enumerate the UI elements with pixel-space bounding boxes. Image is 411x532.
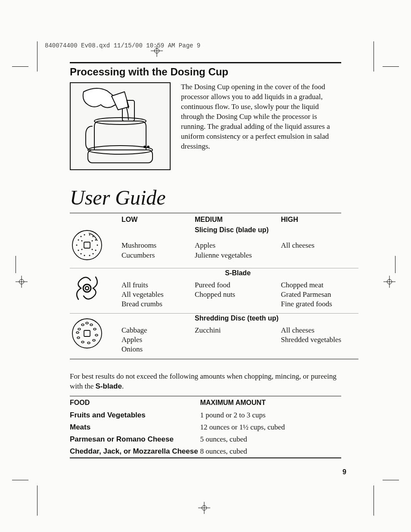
- svg-point-21: [76, 245, 78, 246]
- col-header-amount: MAXIMUM AMOUNT: [200, 396, 341, 410]
- svg-point-34: [95, 334, 98, 336]
- svg-rect-0: [88, 150, 153, 163]
- svg-point-20: [78, 250, 79, 251]
- food-processor-icon: [71, 83, 170, 169]
- cell-low: All fruitsAll vegetablesBread crumbs: [121, 280, 195, 313]
- amount-cell: 5 ounces, cubed: [200, 433, 341, 445]
- table-row: Parmesan or Romano Cheese 5 ounces, cube…: [70, 433, 341, 445]
- cell-low: MushroomsCucumbers: [121, 240, 195, 264]
- food-cell: Cheddar, Jack, or Mozzarella Cheese: [70, 445, 200, 458]
- cell-medium: Zucchini: [195, 325, 281, 339]
- svg-point-12: [93, 236, 94, 237]
- cell-medium: Pureed foodChopped nuts: [195, 280, 281, 304]
- slicing-disc-icon: [70, 225, 121, 268]
- svg-point-38: [77, 337, 80, 339]
- print-job-meta: 840074400 Ev08.qxd 11/15/00 10:59 AM Pag…: [45, 42, 393, 49]
- svg-point-22: [81, 240, 83, 242]
- svg-point-8: [78, 240, 79, 241]
- food-cell: Meats: [70, 421, 200, 433]
- svg-rect-7: [84, 242, 90, 248]
- svg-point-30: [78, 328, 81, 330]
- svg-point-18: [84, 255, 85, 256]
- section-heading: Processing with the Dosing Cup: [70, 66, 341, 78]
- crop-tick: [37, 41, 37, 72]
- svg-point-37: [81, 341, 84, 343]
- amount-cell: 1 pound or 2 to 3 cups: [200, 409, 341, 421]
- crop-rule: [12, 480, 28, 480]
- svg-point-16: [93, 253, 94, 255]
- svg-point-27: [85, 286, 89, 290]
- speed-guide-table: LOW MEDIUM HIGH: [70, 213, 341, 359]
- food-cell: Parmesan or Romano Cheese: [70, 433, 200, 445]
- svg-point-14: [97, 245, 98, 246]
- col-header-food: FOOD: [70, 396, 200, 410]
- row-subtitle: S-Blade: [195, 268, 281, 280]
- crop-tick: [37, 485, 37, 516]
- svg-point-40: [86, 322, 88, 324]
- col-header-low: LOW: [121, 213, 195, 225]
- cell-medium: ApplesJulienne vegetables: [195, 240, 281, 264]
- svg-point-5: [147, 146, 149, 148]
- crop-tick: [374, 485, 374, 516]
- crop-rule: [383, 480, 399, 480]
- crop-tick: [16, 256, 16, 273]
- registration-mark-icon: [198, 502, 210, 514]
- svg-point-11: [89, 234, 90, 236]
- svg-point-13: [95, 240, 97, 241]
- svg-point-26: [83, 284, 91, 292]
- svg-rect-29: [84, 330, 90, 336]
- cell-high: All cheeses: [281, 240, 358, 255]
- svg-point-25: [92, 249, 93, 250]
- row-subtitle: Shredding Disc (teeth up): [195, 314, 281, 325]
- table-row: Cheddar, Jack, or Mozzarella Cheese 8 ou…: [70, 445, 341, 458]
- svg-point-10: [84, 234, 85, 236]
- svg-point-24: [81, 249, 83, 250]
- svg-point-17: [89, 255, 90, 256]
- svg-point-23: [92, 240, 93, 242]
- registration-mark-icon: [383, 276, 395, 288]
- svg-point-33: [93, 328, 96, 330]
- col-header-high: HIGH: [281, 213, 358, 225]
- cell-high: All cheesesShredded vegetables: [281, 325, 358, 349]
- table-row: Meats 12 ounces or 1½ cups, cubed: [70, 421, 341, 433]
- intro-paragraph: The Dosing Cup opening in the cover of t…: [181, 82, 341, 170]
- svg-point-9: [81, 236, 82, 237]
- col-header-medium: MEDIUM: [195, 213, 281, 225]
- intro-row: The Dosing Cup opening in the cover of t…: [70, 82, 341, 170]
- table-row: Fruits and Vegetables 1 pound or 2 to 3 …: [70, 409, 341, 421]
- amount-cell: 8 ounces, cubed: [200, 445, 341, 458]
- scanned-page: 840074400 Ev08.qxd 11/15/00 10:59 AM Pag…: [0, 0, 411, 532]
- svg-point-31: [81, 324, 84, 326]
- maximum-amount-table: FOOD MAXIMUM AMOUNT Fruits and Vegetable…: [70, 396, 341, 458]
- svg-point-4: [144, 146, 146, 148]
- food-cell: Fruits and Vegetables: [70, 409, 200, 421]
- svg-point-35: [93, 339, 95, 341]
- svg-point-19: [81, 253, 82, 255]
- svg-point-15: [95, 250, 97, 251]
- crop-tick: [395, 256, 395, 273]
- svg-point-39: [76, 332, 79, 333]
- page-content: Processing with the Dosing Cup: [70, 62, 341, 458]
- cell-high: Chopped meatGrated ParmesanFine grated f…: [281, 280, 358, 313]
- registration-mark-icon: [16, 276, 28, 288]
- page-number: 9: [342, 468, 346, 476]
- max-amount-note: For best results do not exceed the follo…: [70, 371, 341, 392]
- svg-point-32: [90, 324, 93, 326]
- crop-rule: [12, 66, 28, 67]
- row-separator: [70, 359, 358, 359]
- note-bold: S-blade: [96, 382, 122, 390]
- crop-rule: [383, 66, 399, 67]
- crop-tick: [374, 41, 374, 72]
- shredding-disc-icon: [70, 314, 121, 356]
- registration-mark-icon: [151, 45, 163, 57]
- cell-low: CabbageApplesOnions: [121, 325, 195, 358]
- s-blade-icon: [70, 268, 121, 311]
- user-guide-heading: User Guide: [70, 186, 341, 209]
- svg-point-36: [87, 342, 90, 344]
- rule: [70, 62, 341, 63]
- row-subtitle: Slicing Disc (blade up): [195, 225, 281, 236]
- amount-cell: 12 ounces or 1½ cups, cubed: [200, 421, 341, 433]
- dosing-cup-illustration: [70, 82, 171, 170]
- note-suffix: .: [122, 382, 124, 390]
